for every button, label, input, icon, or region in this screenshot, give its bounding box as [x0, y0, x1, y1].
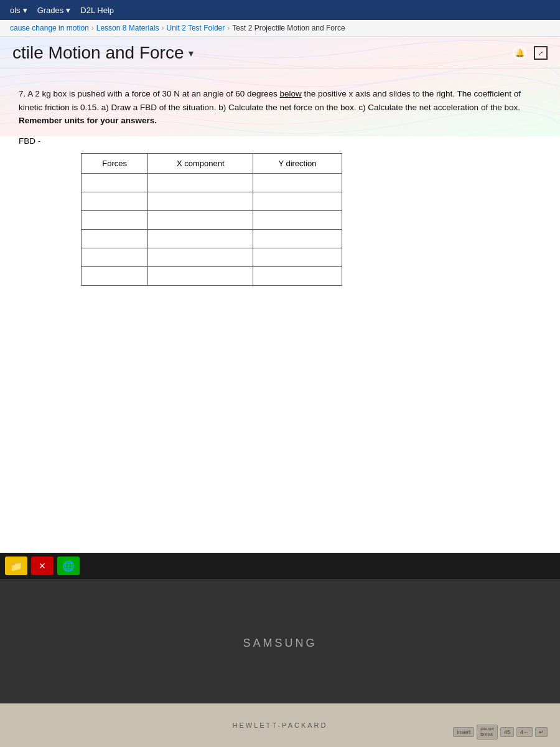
taskbar: 📁 ✕ 🌐: [0, 553, 560, 579]
nav-item-d2l-help[interactable]: D2L Help: [80, 6, 114, 15]
underline-text: below: [280, 89, 302, 98]
enter-key[interactable]: ↵: [535, 727, 548, 737]
question-number: 7.: [19, 89, 26, 98]
breadcrumb: cause change in motion › Lesson 8 Materi…: [0, 20, 560, 37]
breadcrumb-link-3[interactable]: Unit 2 Test Folder: [166, 24, 225, 32]
breadcrumb-link-2[interactable]: Lesson 8 Materials: [96, 24, 159, 32]
key-back[interactable]: 4←: [516, 727, 533, 737]
taskbar-folder-button[interactable]: 📁: [5, 557, 27, 575]
hp-label: HEWLETT-PACKARD: [233, 721, 328, 729]
keyboard-area: HEWLETT-PACKARD insert pausebreak 45 4← …: [0, 703, 560, 747]
col-header-x-component: X component: [148, 153, 253, 173]
close-icon: ✕: [39, 561, 46, 571]
dropdown-arrow: ▾: [66, 6, 70, 15]
table-row: [82, 192, 342, 210]
question-text: 7. A 2 kg box is pushed with a force of …: [19, 87, 541, 128]
nav-item-grades[interactable]: Grades ▾: [37, 6, 71, 15]
col-header-y-direction: Y direction: [253, 153, 342, 173]
dropdown-arrow: ▾: [23, 6, 27, 15]
table-row: [82, 248, 342, 266]
title-dropdown-chevron[interactable]: ▾: [189, 47, 194, 59]
table-row: [82, 173, 342, 192]
title-icon-group: 🔔 ⤢: [513, 46, 548, 60]
notification-icon[interactable]: 🔔: [513, 46, 526, 60]
breadcrumb-link-1[interactable]: cause change in motion: [10, 24, 89, 32]
fullscreen-icon[interactable]: ⤢: [534, 46, 548, 60]
table-header-row: Forces X component Y direction: [82, 153, 342, 173]
page-title-bar: ctile Motion and Force ▾ 🔔 ⤢: [0, 37, 560, 68]
pause-break-key[interactable]: pausebreak: [477, 725, 498, 740]
table-row: [82, 210, 342, 229]
monitor-bezel: SAMSUNG: [0, 579, 560, 703]
content-body: 7. A 2 kg box is pushed with a force of …: [0, 68, 560, 553]
breadcrumb-current: Test 2 Projectile Motion and Force: [232, 24, 345, 32]
nav-item-ols[interactable]: ols ▾: [10, 6, 27, 15]
page-title: ctile Motion and Force ▾: [12, 43, 194, 63]
main-content-area: ctile Motion and Force ▾ 🔔 ⤢ 7. A 2 kg b…: [0, 37, 560, 553]
fbd-label: FBD -: [19, 136, 541, 146]
browser-icon: 🌐: [62, 560, 75, 572]
keyboard-keys-group: insert pausebreak 45 4← ↵: [453, 725, 548, 740]
question-7: 7. A 2 kg box is pushed with a force of …: [19, 87, 541, 286]
col-header-forces: Forces: [82, 153, 148, 173]
bold-text: Remember units for your answers.: [19, 116, 157, 125]
folder-icon: 📁: [10, 560, 22, 572]
top-navigation: ols ▾ Grades ▾ D2L Help: [0, 0, 560, 20]
insert-key[interactable]: insert: [453, 727, 474, 737]
taskbar-close-button[interactable]: ✕: [31, 557, 54, 575]
samsung-label: SAMSUNG: [243, 637, 317, 650]
table-row: [82, 266, 342, 285]
taskbar-browser-button[interactable]: 🌐: [57, 557, 80, 575]
table-row: [82, 229, 342, 248]
key-45[interactable]: 45: [500, 727, 514, 737]
forces-table: Forces X component Y direction: [81, 153, 342, 286]
